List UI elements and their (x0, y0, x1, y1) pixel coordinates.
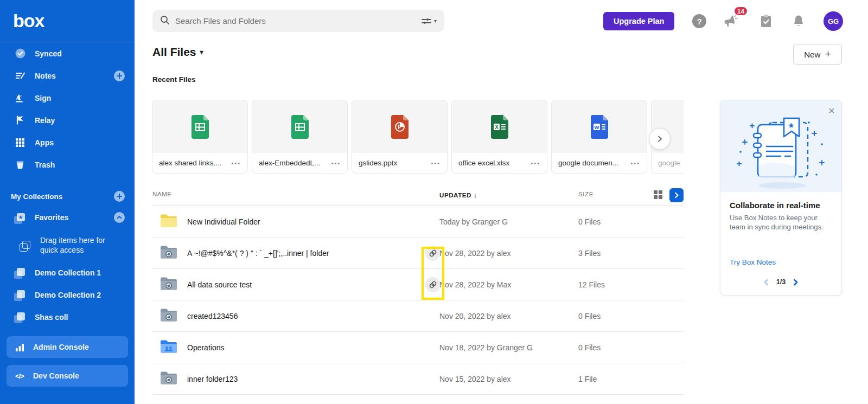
table-row[interactable]: All data source test Nov 28, 2022 by Max… (152, 269, 684, 300)
sidebar-item-relay[interactable]: Relay (0, 109, 135, 131)
sidebar-item-admin-console[interactable]: Admin Console (7, 336, 128, 358)
table-row[interactable]: inner folder123 Nov 15, 2022 by alex 1 F… (152, 363, 684, 395)
svg-text:X: X (495, 124, 499, 130)
ellipsis-menu-icon[interactable]: ••• (231, 160, 241, 166)
column-header-updated[interactable]: UPDATED ↓ (439, 191, 477, 199)
svg-text:P: P (398, 124, 401, 130)
favorites-dropzone[interactable]: Drag items here for quick access (0, 229, 135, 261)
carousel-next-button[interactable] (649, 128, 671, 150)
sidebar-item-dev-console[interactable]: </> Dev Console (7, 365, 128, 387)
avatar[interactable]: GG (824, 11, 843, 31)
column-header-size[interactable]: SIZE (578, 191, 593, 197)
file-name: alex shared links.... (159, 159, 222, 167)
open-side-panel-button[interactable] (669, 188, 684, 202)
sidebar-item-notes[interactable]: Notes (0, 65, 135, 87)
sidebar-item-demo-collection-1[interactable]: Demo Collection 1 (0, 261, 135, 284)
my-collections-label: My Collections (11, 193, 114, 201)
row-updated: Today by Granger G (439, 217, 508, 226)
recent-file-card[interactable]: alex-EmbeddedL...••• (252, 100, 348, 174)
sidebar-item-shas-coll[interactable]: Shas coll (0, 306, 135, 328)
recent-file-card[interactable]: alex shared links....••• (152, 100, 248, 174)
try-box-notes-link[interactable]: Try Box Notes (730, 258, 776, 266)
sidebar-item-label: Trash (35, 160, 125, 170)
table-row[interactable]: created123456 Nov 20, 2022 by alex 0 Fil… (152, 300, 684, 332)
upgrade-plan-button[interactable]: Upgrade Plan (603, 12, 674, 30)
dropzone-icon (20, 240, 31, 251)
table-row[interactable]: Operations Nov 18, 2022 by Granger G 0 F… (152, 332, 684, 363)
sidebar-item-apps[interactable]: Apps (0, 131, 135, 153)
row-name[interactable]: New Individual Folder (187, 217, 260, 226)
row-size: 12 Files (578, 280, 605, 289)
ellipsis-menu-icon[interactable]: ••• (531, 160, 540, 166)
row-updated: Nov 28, 2022 by alex (439, 249, 511, 258)
search-filter-icon[interactable]: ▾ (422, 17, 437, 25)
row-name[interactable]: created123456 (187, 312, 238, 320)
promo-body: Use Box Notes to keep your team in sync … (730, 213, 832, 232)
new-button[interactable]: New + (793, 44, 842, 65)
row-name[interactable]: A ~!@#$%^&*( ? ) " : ` _+[]';,..inner | … (187, 249, 329, 258)
add-collection-icon[interactable] (114, 191, 125, 202)
page-title-label: All Files (152, 46, 196, 59)
grid-view-icon[interactable] (654, 190, 662, 199)
sidebar-item-trash[interactable]: Trash (0, 153, 135, 176)
sidebar-item-favorites[interactable]: ★ Favorites (0, 206, 135, 229)
shared-link-icon[interactable] (425, 246, 441, 261)
ellipsis-menu-icon[interactable]: ••• (431, 160, 441, 166)
row-name[interactable]: All data source test (187, 280, 252, 289)
sidebar-item-label: Apps (35, 138, 125, 148)
box-notes-illustration: ★ (730, 111, 833, 192)
code-icon: </> (14, 372, 25, 380)
sidebar-item-synced[interactable]: Synced (0, 42, 135, 65)
collapse-favorites-icon[interactable] (114, 212, 125, 223)
row-size: 0 Files (578, 312, 601, 320)
row-name[interactable]: inner folder123 (187, 375, 238, 383)
next-page-icon[interactable] (792, 279, 799, 286)
column-header-label: UPDATED (439, 192, 471, 198)
box-logo[interactable]: box (13, 10, 44, 31)
sort-descending-icon: ↓ (474, 191, 477, 199)
table-row[interactable]: New Individual Folder Today by Granger G… (152, 206, 684, 238)
collection-icon (15, 312, 25, 323)
file-name: office excel.xlsx (458, 159, 509, 167)
prev-page-icon[interactable] (763, 279, 770, 286)
promo-card: × ★ (720, 100, 842, 296)
recent-file-card[interactable]: P gslides.pptx••• (352, 100, 448, 174)
row-name[interactable]: Operations (187, 343, 224, 352)
shared-folder-icon (160, 307, 178, 324)
main-content: ▾ Upgrade Plan ? 14 GG All Files ▾ New +… (135, 0, 868, 404)
sidebar-item-sign[interactable]: Sign (0, 87, 135, 109)
row-updated: Nov 15, 2022 by alex (439, 375, 511, 383)
sidebar-item-label: Favorites (35, 213, 114, 222)
sidebar-item-label: Synced (35, 49, 125, 59)
sidebar-item-label: Demo Collection 1 (35, 268, 125, 278)
column-header-name[interactable]: NAME (152, 191, 172, 197)
ellipsis-menu-icon[interactable]: ••• (331, 160, 341, 166)
sign-icon (15, 93, 25, 104)
recent-file-card[interactable]: X office excel.xlsx••• (451, 100, 547, 174)
shared-folder-icon (160, 370, 178, 387)
ellipsis-menu-icon[interactable]: ••• (630, 160, 640, 166)
file-name: google documen... (558, 159, 618, 167)
svg-text:★: ★ (788, 121, 795, 130)
add-note-icon[interactable] (114, 70, 125, 81)
sidebar-item-label: Demo Collection 2 (35, 290, 125, 300)
shared-link-icon[interactable] (425, 277, 441, 292)
row-size: 0 Files (578, 343, 601, 352)
search-input[interactable] (175, 16, 422, 25)
sidebar-item-demo-collection-2[interactable]: Demo Collection 2 (0, 284, 135, 306)
help-icon[interactable]: ? (692, 14, 707, 29)
recent-file-card[interactable]: W google documen...••• (551, 100, 647, 174)
bar-chart-icon (14, 342, 25, 352)
table-row[interactable]: A ~!@#$%^&*( ? ) " : ` _+[]';,..inner | … (152, 238, 684, 269)
sidebar-item-label: Dev Console (33, 371, 79, 380)
promo-illustration: × ★ (720, 100, 841, 192)
word-doc-icon: W (552, 114, 647, 139)
synced-icon (15, 48, 25, 59)
bell-icon[interactable] (791, 14, 806, 29)
powerpoint-icon: P (352, 114, 447, 139)
favorites-icon: ★ (15, 212, 25, 223)
tasks-clipboard-icon[interactable] (758, 14, 774, 29)
page-title[interactable]: All Files ▾ (152, 46, 203, 59)
file-list: New Individual Folder Today by Granger G… (152, 206, 684, 395)
close-icon[interactable]: × (828, 105, 835, 116)
